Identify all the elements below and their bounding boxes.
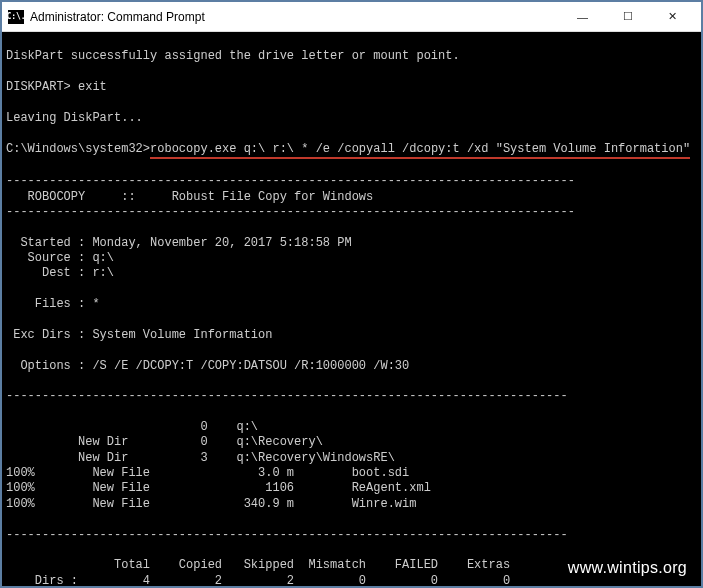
- maximize-button[interactable]: ☐: [605, 3, 650, 31]
- prompt-text: C:\Windows\system32>: [6, 142, 150, 156]
- minimize-button[interactable]: —: [560, 3, 605, 31]
- cmd-icon: C:\.: [8, 10, 24, 24]
- output-line: ----------------------------------------…: [6, 174, 575, 188]
- terminal-output[interactable]: DiskPart successfully assigned the drive…: [2, 32, 701, 586]
- output-line: 0 q:\: [6, 420, 258, 434]
- window-title: Administrator: Command Prompt: [30, 10, 560, 24]
- robocopy-command: robocopy.exe q:\ r:\ * /e /copyall /dcop…: [150, 142, 690, 159]
- watermark: www.wintips.org: [568, 558, 687, 578]
- output-line: 100% New File 340.9 m Winre.wim: [6, 497, 416, 511]
- output-line: Started : Monday, November 20, 2017 5:18…: [6, 236, 352, 250]
- command-prompt-window: C:\. Administrator: Command Prompt — ☐ ✕…: [0, 0, 703, 588]
- output-line: ----------------------------------------…: [6, 389, 568, 403]
- output-line: Options : /S /E /DCOPY:T /COPY:DATSOU /R…: [6, 359, 409, 373]
- output-line: New Dir 0 q:\Recovery\: [6, 435, 323, 449]
- output-line: Files : *: [6, 297, 100, 311]
- close-button[interactable]: ✕: [650, 3, 695, 31]
- output-line: Exc Dirs : System Volume Information: [6, 328, 272, 342]
- output-line: ----------------------------------------…: [6, 205, 575, 219]
- output-line: 100% New File 3.0 m boot.sdi: [6, 466, 409, 480]
- output-line: New Dir 3 q:\Recovery\WindowsRE\: [6, 451, 395, 465]
- output-line: Dirs : 4 2 2 0 0 0: [6, 574, 510, 586]
- output-line: Source : q:\: [6, 251, 114, 265]
- output-line: Leaving DiskPart...: [6, 111, 143, 125]
- cmd-icon-label: C:\.: [6, 12, 25, 21]
- output-line: DiskPart successfully assigned the drive…: [6, 49, 460, 63]
- prompt-line: C:\Windows\system32>robocopy.exe q:\ r:\…: [6, 142, 690, 156]
- output-line: ----------------------------------------…: [6, 528, 568, 542]
- output-line: ROBOCOPY :: Robust File Copy for Windows: [6, 190, 373, 204]
- output-line: 100% New File 1106 ReAgent.xml: [6, 481, 431, 495]
- window-controls: — ☐ ✕: [560, 3, 695, 31]
- output-line: Dest : r:\: [6, 266, 114, 280]
- output-line: DISKPART> exit: [6, 80, 107, 94]
- titlebar[interactable]: C:\. Administrator: Command Prompt — ☐ ✕: [2, 2, 701, 32]
- output-line: Total Copied Skipped Mismatch FAILED Ext…: [6, 558, 510, 572]
